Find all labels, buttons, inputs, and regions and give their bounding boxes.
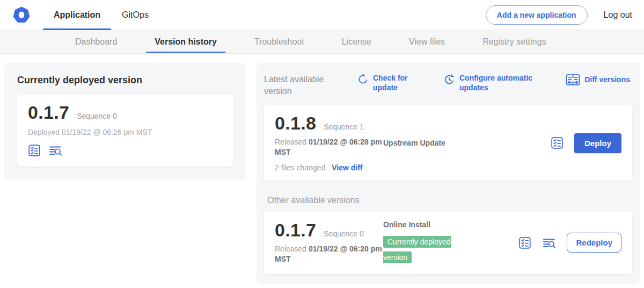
available-panel-header: Latest available version Check for updat… — [264, 74, 632, 97]
latest-available-title: Latest available version — [264, 74, 353, 97]
currently-deployed-badge: Currently deployed version — [383, 236, 451, 263]
latest-version-line: 0.1.8 Sequence 1 — [275, 114, 382, 133]
view-logs-icon[interactable] — [542, 236, 556, 249]
release-notes-icon[interactable] — [28, 144, 41, 157]
version-history-page: Currently deployed version 0.1.7 Sequenc… — [0, 54, 644, 288]
subnav-tab-view-files[interactable]: View files — [400, 30, 453, 53]
other-versions-title: Other available versions — [267, 196, 632, 205]
deployed-timestamp: Deployed 01/19/22 @ 06:26 pm MST — [28, 128, 222, 136]
other-version-info: 0.1.7 Sequence 0 Released 01/19/22 @ 06:… — [275, 221, 382, 265]
version-row-latest: 0.1.8 Sequence 1 Released 01/19/22 @ 06:… — [264, 105, 632, 181]
tab-application[interactable]: Application — [43, 0, 111, 30]
kots-logo-icon[interactable] — [13, 6, 30, 24]
subnav-tab-version-history[interactable]: Version history — [146, 30, 225, 53]
subnav-tab-license[interactable]: License — [333, 30, 380, 53]
logout-link[interactable]: Log out — [604, 10, 632, 20]
deployed-sequence: Sequence 0 — [77, 112, 117, 120]
diff-versions-link[interactable]: Diff versions — [566, 74, 630, 86]
other-released-timestamp: Released 01/19/22 @ 06:20 pm MST — [275, 244, 382, 265]
tab-application-label: Application — [54, 10, 100, 20]
latest-sequence: Sequence 1 — [324, 123, 364, 131]
subnav-view-files-label: View files — [409, 37, 445, 47]
released-label: Released — [275, 244, 306, 253]
subnav-tab-dashboard[interactable]: Dashboard — [67, 30, 126, 53]
top-nav-tabs: Application GitOps — [43, 0, 159, 30]
latest-version-info: 0.1.8 Sequence 1 Released 01/19/22 @ 06:… — [275, 114, 382, 172]
schedule-update-icon — [443, 74, 455, 85]
other-sequence: Sequence 0 — [324, 229, 364, 238]
other-version-number: 0.1.7 — [275, 221, 316, 240]
top-navbar: Application GitOps Add a new application… — [0, 0, 644, 30]
subnav-troubleshoot-label: Troubleshoot — [254, 37, 304, 47]
diff-columns-icon — [566, 74, 580, 86]
deployed-card-title: Currently deployed version — [17, 75, 233, 86]
subnav-tab-registry-settings[interactable]: Registry settings — [474, 30, 554, 53]
latest-files-changed-line: 2 files changed View diff — [275, 163, 382, 172]
subnav-license-label: License — [342, 37, 371, 47]
subnav-registry-settings-label: Registry settings — [482, 37, 546, 47]
redeploy-button[interactable]: Redeploy — [567, 233, 621, 253]
tab-gitops[interactable]: GitOps — [111, 0, 159, 30]
release-notes-icon[interactable] — [518, 236, 531, 249]
files-changed-text: 2 files changed — [275, 163, 325, 172]
other-source-col: Online Install Currently deployed versio… — [382, 220, 518, 265]
refresh-icon — [357, 74, 369, 85]
latest-version-number: 0.1.8 — [275, 114, 316, 133]
configure-automatic-updates-link[interactable]: Configure automatic updates — [443, 74, 533, 92]
latest-source-col: Upstream Update — [382, 114, 551, 172]
latest-actions: Deploy — [551, 133, 621, 153]
add-application-button[interactable]: Add a new application — [486, 5, 588, 25]
currently-deployed-badge-wrap: Currently deployed version — [383, 234, 469, 265]
currently-deployed-card: Currently deployed version 0.1.7 Sequenc… — [4, 63, 246, 179]
diff-versions-label: Diff versions — [584, 75, 630, 85]
check-for-update-label: Check for update — [373, 74, 416, 92]
view-diff-link[interactable]: View diff — [332, 163, 362, 172]
deployed-version-line: 0.1.7 Sequence 0 — [28, 103, 222, 123]
released-label: Released — [275, 138, 306, 146]
other-source-label: Online Install — [383, 220, 518, 229]
subnav-tab-troubleshoot[interactable]: Troubleshoot — [246, 30, 313, 53]
deployed-icon-row — [28, 144, 222, 157]
configure-automatic-updates-label: Configure automatic updates — [459, 74, 533, 92]
kots-admin-console: Application GitOps Add a new application… — [0, 0, 644, 288]
other-version-line: 0.1.7 Sequence 0 — [275, 221, 382, 240]
app-subnav: Dashboard Version history Troubleshoot L… — [0, 30, 644, 54]
latest-released-timestamp: Released 01/19/22 @ 06:28 pm MST — [275, 137, 382, 158]
tab-gitops-label: GitOps — [122, 10, 149, 20]
view-logs-icon[interactable] — [48, 144, 62, 157]
deployed-version-card: 0.1.7 Sequence 0 Deployed 01/19/22 @ 06:… — [17, 95, 233, 167]
latest-source-label: Upstream Update — [383, 139, 551, 147]
subnav-version-history-label: Version history — [155, 37, 217, 47]
subnav-dashboard-label: Dashboard — [75, 37, 117, 47]
deploy-button[interactable]: Deploy — [574, 133, 621, 153]
topbar-actions: Add a new application Log out — [486, 0, 644, 30]
available-versions-panel: Latest available version Check for updat… — [257, 63, 640, 284]
deployed-version-number: 0.1.7 — [28, 103, 69, 123]
check-for-update-link[interactable]: Check for update — [357, 74, 416, 92]
version-row-other: 0.1.7 Sequence 0 Released 01/19/22 @ 06:… — [264, 212, 632, 274]
other-actions: Redeploy — [518, 233, 621, 253]
release-notes-icon[interactable] — [551, 136, 564, 149]
